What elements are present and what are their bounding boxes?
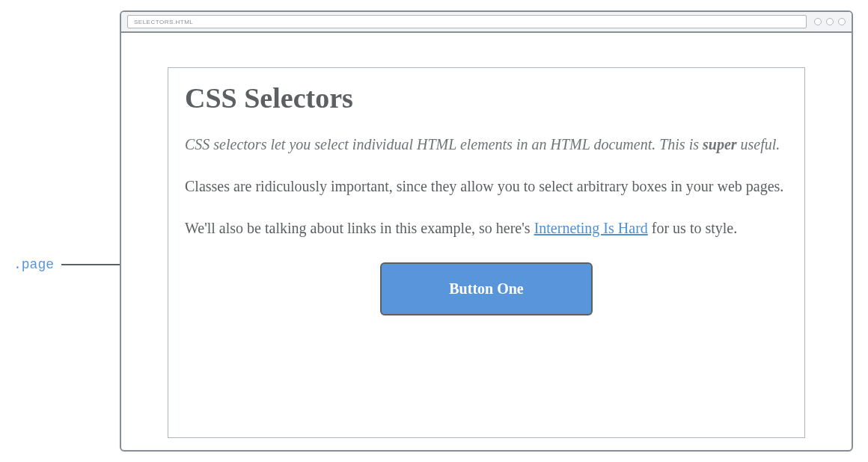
body-paragraph-1: Classes are ridiculously important, sinc…: [185, 176, 788, 197]
para3-prefix: We'll also be talking about links in thi…: [185, 220, 534, 236]
url-field[interactable]: SELECTORS.HTML: [127, 15, 807, 28]
para3-suffix: for us to style.: [648, 220, 737, 236]
window-control-dot[interactable]: [838, 18, 846, 25]
window-control-dot[interactable]: [814, 18, 822, 25]
intro-strong: super: [703, 136, 737, 153]
page-title: CSS Selectors: [185, 81, 788, 114]
button-row: Button One: [185, 262, 788, 315]
intro-text-suffix: useful.: [737, 136, 780, 153]
url-text: SELECTORS.HTML: [134, 19, 193, 25]
interneting-link[interactable]: Interneting Is Hard: [534, 220, 648, 236]
browser-url-bar: SELECTORS.HTML: [121, 12, 852, 33]
browser-viewport: CSS Selectors CSS selectors let you sele…: [121, 33, 852, 438]
annotation-label: .page: [13, 257, 54, 272]
page-container: CSS Selectors CSS selectors let you sele…: [168, 67, 805, 438]
intro-text-prefix: CSS selectors let you select individual …: [185, 136, 703, 153]
window-control-dot[interactable]: [826, 18, 834, 25]
page-class-annotation: .page: [13, 257, 120, 272]
body-paragraph-2: We'll also be talking about links in thi…: [185, 218, 788, 238]
browser-frame: SELECTORS.HTML CSS Selectors CSS selecto…: [120, 10, 853, 452]
intro-paragraph: CSS selectors let you select individual …: [185, 134, 788, 155]
browser-window: SELECTORS.HTML CSS Selectors CSS selecto…: [120, 10, 853, 452]
button-one[interactable]: Button One: [380, 262, 592, 315]
annotation-pointer-line: [61, 264, 120, 265]
window-controls: [814, 18, 846, 25]
